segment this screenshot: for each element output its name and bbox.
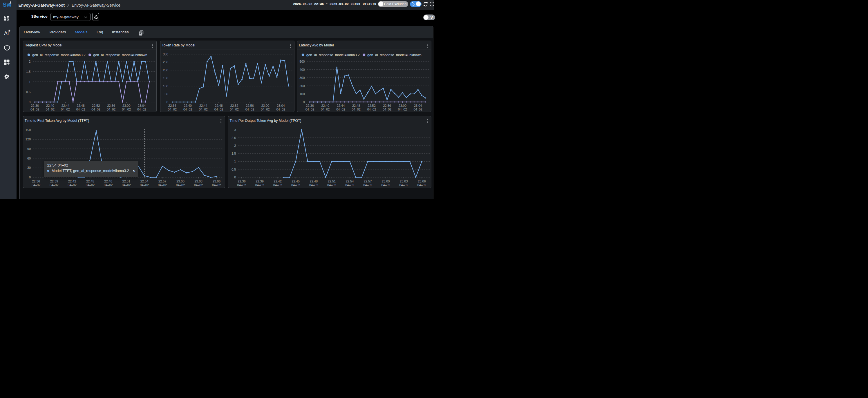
svg-text:120: 120	[26, 138, 31, 141]
svg-text:22:44: 22:44	[199, 104, 207, 107]
svg-text:22:45: 22:45	[291, 180, 300, 183]
svg-text:22:44: 22:44	[61, 104, 69, 107]
svg-text:04–02: 04–02	[273, 183, 282, 187]
svg-text:23:06: 23:06	[418, 180, 426, 183]
svg-text:22:45: 22:45	[86, 180, 94, 183]
svg-text:04–02: 04–02	[367, 108, 376, 111]
svg-text:200: 200	[163, 68, 168, 72]
svg-text:04–02: 04–02	[45, 108, 55, 111]
svg-text:04–02: 04–02	[158, 183, 167, 187]
svg-text:22:36: 22:36	[168, 104, 176, 107]
svg-text:0: 0	[29, 100, 30, 104]
svg-text:04–02: 04–02	[50, 183, 59, 187]
svg-text:22:48: 22:48	[310, 180, 318, 183]
svg-text:04–02: 04–02	[383, 108, 392, 111]
svg-text:22:36: 22:36	[31, 104, 39, 107]
svg-text:3: 3	[234, 128, 236, 132]
svg-text:23:00: 23:00	[122, 104, 130, 107]
svg-text:04–02: 04–02	[140, 183, 149, 187]
svg-text:04–02: 04–02	[261, 108, 270, 111]
svg-text:22:52: 22:52	[230, 104, 238, 107]
svg-text:04–02: 04–02	[212, 183, 221, 187]
svg-text:200: 200	[300, 84, 305, 88]
svg-text:04–02: 04–02	[122, 183, 131, 187]
svg-text:22:57: 22:57	[158, 180, 166, 183]
svg-text:04–02: 04–02	[122, 108, 131, 111]
svg-text:04–02: 04–02	[381, 183, 390, 187]
svg-text:22:48: 22:48	[352, 104, 360, 107]
svg-text:04–02: 04–02	[91, 108, 100, 111]
svg-text:23:00: 23:00	[381, 180, 390, 183]
svg-text:0.5: 0.5	[231, 168, 236, 171]
svg-text:23:00: 23:00	[261, 104, 269, 107]
svg-text:250: 250	[163, 60, 168, 64]
svg-text:22:42: 22:42	[68, 180, 76, 183]
svg-text:400: 400	[300, 68, 305, 71]
svg-text:04–02: 04–02	[76, 108, 85, 111]
svg-text:04–02: 04–02	[237, 183, 246, 187]
svg-text:22:54: 22:54	[141, 180, 149, 183]
svg-text:04–02: 04–02	[321, 108, 330, 111]
svg-text:22:39: 22:39	[50, 180, 58, 183]
svg-text:22:56: 22:56	[107, 104, 115, 107]
svg-text:22:56: 22:56	[383, 104, 391, 107]
svg-text:0.5: 0.5	[26, 90, 30, 94]
svg-text:gen_ai_response_model=unknown: gen_ai_response_model=unknown	[368, 53, 422, 57]
svg-text:60: 60	[27, 157, 31, 160]
svg-text:22:40: 22:40	[184, 104, 192, 107]
svg-text:150: 150	[163, 76, 168, 80]
svg-text:04–02: 04–02	[214, 108, 223, 111]
svg-text:04–02: 04–02	[61, 108, 70, 111]
svg-text:1.5: 1.5	[26, 70, 30, 73]
svg-text:22:48: 22:48	[76, 104, 85, 107]
svg-text:22:48: 22:48	[215, 104, 223, 107]
svg-text:04–02: 04–02	[168, 108, 177, 111]
svg-text:gen_ai_response_model=llama3.2: gen_ai_response_model=llama3.2	[32, 53, 86, 57]
svg-text:22:42: 22:42	[274, 180, 282, 183]
svg-text:23:04: 23:04	[277, 104, 285, 107]
svg-text:22:40: 22:40	[321, 104, 330, 107]
svg-text:04–02: 04–02	[398, 108, 407, 111]
svg-text:04–02: 04–02	[345, 183, 354, 187]
svg-text:04–02: 04–02	[137, 108, 146, 111]
svg-text:04–02: 04–02	[255, 183, 264, 187]
svg-text:04–02: 04–02	[327, 183, 336, 187]
svg-text:30: 30	[27, 166, 31, 170]
svg-text:23:06: 23:06	[212, 180, 220, 183]
svg-text:04–02: 04–02	[176, 183, 185, 187]
svg-text:300: 300	[300, 76, 305, 80]
svg-text:04–02: 04–02	[30, 108, 39, 111]
svg-text:Sw: Sw	[3, 1, 11, 8]
svg-text:22:48: 22:48	[104, 180, 112, 183]
svg-text:22:51: 22:51	[122, 180, 130, 183]
svg-text:150: 150	[26, 128, 31, 132]
svg-text:22:36: 22:36	[238, 180, 246, 183]
svg-text:04–02: 04–02	[68, 183, 76, 187]
svg-text:Ai: Ai	[4, 30, 9, 35]
svg-text:2.5: 2.5	[231, 136, 236, 140]
svg-text:100: 100	[300, 92, 305, 96]
svg-text:300: 300	[163, 53, 168, 56]
svg-text:1: 1	[234, 160, 236, 163]
svg-text:gen_ai_response_model=llama3.2: gen_ai_response_model=llama3.2	[306, 53, 360, 57]
svg-text:22:36: 22:36	[306, 104, 314, 107]
svg-text:04–02: 04–02	[414, 108, 423, 111]
svg-text:23:03: 23:03	[194, 180, 203, 183]
svg-text:22:57: 22:57	[364, 180, 372, 183]
svg-text:04–02: 04–02	[245, 108, 254, 111]
svg-text:04–02: 04–02	[363, 183, 372, 187]
svg-text:04–02: 04–02	[104, 183, 113, 187]
svg-text:0: 0	[29, 176, 31, 179]
svg-text:04–02: 04–02	[86, 183, 95, 187]
svg-text:04–02: 04–02	[417, 183, 426, 187]
svg-text:22:54: 22:54	[345, 180, 354, 183]
svg-text:gen_ai_response_model=unknown: gen_ai_response_model=unknown	[93, 53, 147, 57]
svg-text:50: 50	[164, 92, 168, 96]
svg-text:22:40: 22:40	[46, 104, 54, 107]
svg-text:1: 1	[29, 80, 30, 84]
svg-text:0: 0	[166, 100, 168, 104]
svg-text:04–02: 04–02	[107, 108, 116, 111]
svg-text:500: 500	[300, 60, 305, 63]
svg-text:22:36: 22:36	[32, 180, 40, 183]
svg-text:22:39: 22:39	[256, 180, 264, 183]
